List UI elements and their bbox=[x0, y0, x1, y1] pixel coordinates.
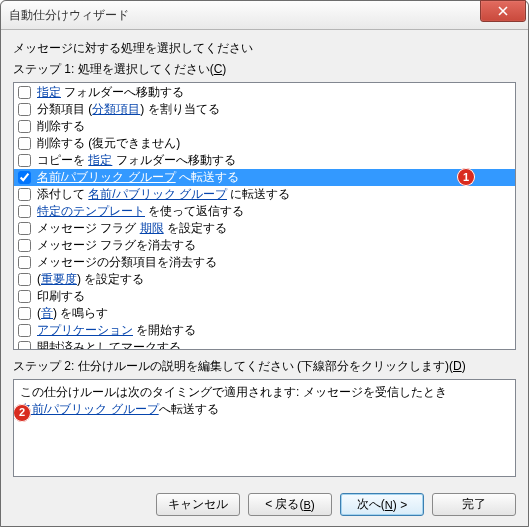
action-row[interactable]: 添付して 名前/パブリック グループ に転送する bbox=[14, 186, 515, 203]
action-link[interactable]: 指定 bbox=[37, 85, 61, 99]
action-row[interactable]: コピーを 指定 フォルダーへ移動する bbox=[14, 152, 515, 169]
annotation-2: 2 bbox=[13, 404, 31, 422]
finish-button[interactable]: 完了 bbox=[432, 493, 516, 516]
rule-description: この仕分けルールは次のタイミングで適用されます: メッセージを受信したとき 名前… bbox=[13, 379, 516, 477]
action-link[interactable]: 特定のテンプレート bbox=[37, 204, 145, 218]
action-checkbox[interactable] bbox=[18, 86, 31, 99]
action-checkbox[interactable] bbox=[18, 205, 31, 218]
action-label: (音) を鳴らす bbox=[37, 305, 108, 322]
action-link[interactable]: 指定 bbox=[88, 153, 112, 167]
action-link[interactable]: 名前/パブリック グループ bbox=[88, 187, 227, 201]
action-row[interactable]: 分類項目 (分類項目) を割り当てる bbox=[14, 101, 515, 118]
button-bar: キャンセル < 戻る(B) 次へ(N) > 完了 bbox=[1, 485, 528, 526]
rule-description-line1: この仕分けルールは次のタイミングで適用されます: メッセージを受信したとき bbox=[20, 384, 509, 401]
action-link[interactable]: 音 bbox=[41, 306, 53, 320]
action-list[interactable]: 指定 フォルダーへ移動する分類項目 (分類項目) を割り当てる削除する削除する … bbox=[13, 82, 516, 350]
action-checkbox[interactable] bbox=[18, 137, 31, 150]
rule-recipient-link[interactable]: 名前/パブリック グループ bbox=[20, 402, 159, 416]
action-checkbox[interactable] bbox=[18, 307, 31, 320]
action-link[interactable]: 期限 bbox=[140, 221, 164, 235]
action-label: 分類項目 (分類項目) を割り当てる bbox=[37, 101, 220, 118]
action-label: (重要度) を設定する bbox=[37, 271, 144, 288]
close-button[interactable] bbox=[480, 0, 526, 22]
action-row[interactable]: 名前/パブリック グループ へ転送する1 bbox=[14, 169, 515, 186]
action-row[interactable]: 特定のテンプレート を使って返信する bbox=[14, 203, 515, 220]
next-button[interactable]: 次へ(N) > bbox=[340, 493, 424, 516]
action-label: 添付して 名前/パブリック グループ に転送する bbox=[37, 186, 290, 203]
action-link[interactable]: 名前/パブリック グループ bbox=[37, 170, 176, 184]
action-row[interactable]: 開封済みとしてマークする bbox=[14, 339, 515, 350]
action-checkbox[interactable] bbox=[18, 188, 31, 201]
action-row[interactable]: (音) を鳴らす bbox=[14, 305, 515, 322]
action-row[interactable]: メッセージ フラグを消去する bbox=[14, 237, 515, 254]
action-row[interactable]: 指定 フォルダーへ移動する bbox=[14, 84, 515, 101]
action-label: アプリケーション を開始する bbox=[37, 322, 196, 339]
action-checkbox[interactable] bbox=[18, 324, 31, 337]
annotation-1: 1 bbox=[457, 168, 475, 186]
action-checkbox[interactable] bbox=[18, 256, 31, 269]
action-checkbox[interactable] bbox=[18, 120, 31, 133]
action-checkbox[interactable] bbox=[18, 222, 31, 235]
action-checkbox[interactable] bbox=[18, 171, 31, 184]
action-link[interactable]: 分類項目 bbox=[92, 102, 140, 116]
action-label: 名前/パブリック グループ へ転送する bbox=[37, 169, 239, 186]
action-link[interactable]: 重要度 bbox=[41, 272, 77, 286]
action-row[interactable]: 削除する bbox=[14, 118, 515, 135]
cancel-button[interactable]: キャンセル bbox=[156, 493, 240, 516]
rule-description-line2: 名前/パブリック グループへ転送する bbox=[20, 401, 509, 418]
action-checkbox[interactable] bbox=[18, 341, 31, 350]
action-label: 指定 フォルダーへ移動する bbox=[37, 84, 184, 101]
action-checkbox[interactable] bbox=[18, 103, 31, 116]
step1-heading: ステップ 1: 処理を選択してください(C) bbox=[13, 61, 516, 78]
action-checkbox[interactable] bbox=[18, 239, 31, 252]
wizard-window: 自動仕分けウィザード メッセージに対する処理を選択してください ステップ 1: … bbox=[0, 0, 529, 527]
action-checkbox[interactable] bbox=[18, 273, 31, 286]
action-label: 特定のテンプレート を使って返信する bbox=[37, 203, 244, 220]
titlebar: 自動仕分けウィザード bbox=[1, 1, 528, 30]
action-checkbox[interactable] bbox=[18, 290, 31, 303]
action-checkbox[interactable] bbox=[18, 154, 31, 167]
action-label: メッセージ フラグ 期限 を設定する bbox=[37, 220, 227, 237]
step2-heading: ステップ 2: 仕分けルールの説明を編集してください (下線部分をクリックします… bbox=[13, 358, 516, 375]
action-label: メッセージ フラグを消去する bbox=[37, 237, 196, 254]
back-button[interactable]: < 戻る(B) bbox=[248, 493, 332, 516]
close-icon bbox=[498, 6, 508, 16]
action-label: 削除する bbox=[37, 118, 85, 135]
action-row[interactable]: アプリケーション を開始する bbox=[14, 322, 515, 339]
step1-instruction: メッセージに対する処理を選択してください bbox=[13, 40, 516, 57]
action-link[interactable]: アプリケーション bbox=[37, 323, 133, 337]
action-row[interactable]: メッセージの分類項目を消去する bbox=[14, 254, 515, 271]
window-title: 自動仕分けウィザード bbox=[9, 7, 480, 24]
action-label: コピーを 指定 フォルダーへ移動する bbox=[37, 152, 236, 169]
action-label: 印刷する bbox=[37, 288, 85, 305]
action-row[interactable]: 削除する (復元できません) bbox=[14, 135, 515, 152]
action-row[interactable]: 印刷する bbox=[14, 288, 515, 305]
action-row[interactable]: メッセージ フラグ 期限 を設定する bbox=[14, 220, 515, 237]
action-label: 削除する (復元できません) bbox=[37, 135, 180, 152]
action-label: 開封済みとしてマークする bbox=[37, 339, 181, 350]
action-row[interactable]: (重要度) を設定する bbox=[14, 271, 515, 288]
wizard-body: メッセージに対する処理を選択してください ステップ 1: 処理を選択してください… bbox=[1, 30, 528, 485]
action-label: メッセージの分類項目を消去する bbox=[37, 254, 217, 271]
